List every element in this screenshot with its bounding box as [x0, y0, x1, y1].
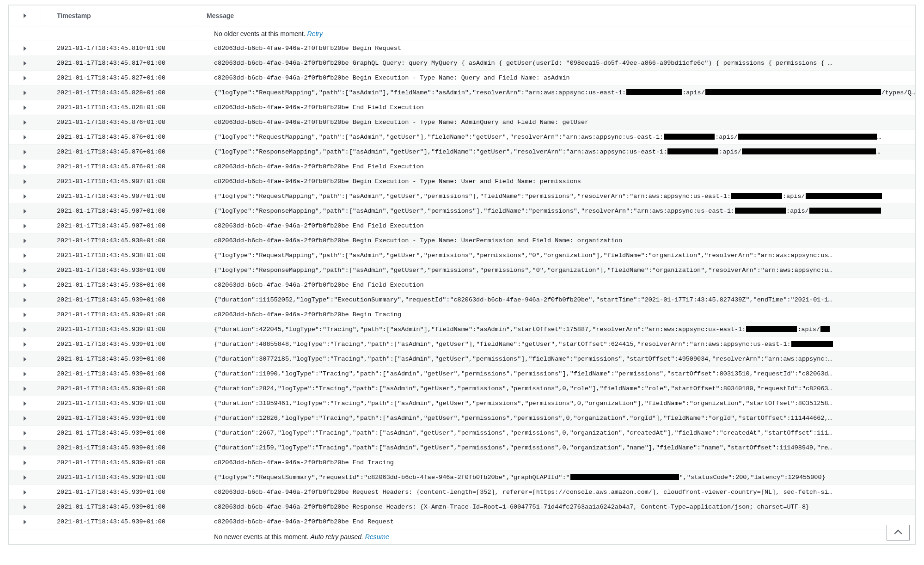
log-row[interactable]: 2021-01-17T18:43:45.938+01:00c82063dd-b6… [9, 233, 915, 248]
log-row[interactable]: 2021-01-17T18:43:45.817+01:00c82063dd-b6… [9, 56, 915, 71]
log-timestamp: 2021-01-17T18:43:45.939+01:00 [41, 326, 198, 333]
expand-row-toggle[interactable] [9, 298, 41, 302]
log-row[interactable]: 2021-01-17T18:43:45.939+01:00{"duration"… [9, 352, 915, 367]
expand-row-toggle[interactable] [9, 135, 41, 140]
expand-row-toggle[interactable] [9, 505, 41, 510]
log-row[interactable]: 2021-01-17T18:43:45.939+01:00{"duration"… [9, 396, 915, 411]
expand-row-toggle[interactable] [9, 342, 41, 347]
log-timestamp: 2021-01-17T18:43:45.939+01:00 [41, 444, 198, 451]
log-message: c82063dd-b6cb-4fae-946a-2f0fb0fb20be End… [198, 282, 915, 289]
log-message-text: {"duration":2159,"logType":"Tracing","pa… [214, 444, 832, 451]
expand-row-toggle[interactable] [9, 372, 41, 376]
expand-row-toggle[interactable] [9, 253, 41, 258]
newer-events-notice: No newer events at this moment. Auto ret… [9, 529, 915, 544]
expand-row-toggle[interactable] [9, 401, 41, 406]
log-row[interactable]: 2021-01-17T18:43:45.938+01:00{"logType":… [9, 263, 915, 278]
log-row[interactable]: 2021-01-17T18:43:45.907+01:00{"logType":… [9, 204, 915, 219]
log-message-text: {"duration":2824,"logType":"Tracing","pa… [214, 385, 832, 392]
expand-row-toggle[interactable] [9, 46, 41, 51]
expand-row-toggle[interactable] [9, 61, 41, 66]
expand-row-toggle[interactable] [9, 431, 41, 436]
log-row[interactable]: 2021-01-17T18:43:45.939+01:00{"duration"… [9, 381, 915, 396]
log-row[interactable]: 2021-01-17T18:43:45.939+01:00c82063dd-b6… [9, 307, 915, 322]
log-timestamp: 2021-01-17T18:43:45.907+01:00 [41, 193, 198, 200]
log-row[interactable]: 2021-01-17T18:43:45.939+01:00{"duration"… [9, 337, 915, 352]
expand-row-toggle[interactable] [9, 120, 41, 125]
expand-all-toggle[interactable] [9, 6, 41, 26]
scroll-to-top-button[interactable] [887, 525, 910, 540]
resume-link[interactable]: Resume [365, 533, 389, 540]
log-row[interactable]: 2021-01-17T18:43:45.939+01:00c82063dd-b6… [9, 485, 915, 500]
expand-row-toggle[interactable] [9, 91, 41, 95]
log-message-text: c82063dd-b6cb-4fae-946a-2f0fb0fb20be End… [214, 163, 424, 170]
log-row[interactable]: 2021-01-17T18:43:45.876+01:00c82063dd-b6… [9, 115, 915, 130]
log-message: c82063dd-b6cb-4fae-946a-2f0fb0fb20be Beg… [198, 45, 915, 52]
redacted-block [791, 341, 833, 347]
log-row[interactable]: 2021-01-17T18:43:45.810+01:00c82063dd-b6… [9, 41, 915, 56]
log-message: c82063dd-b6cb-4fae-946a-2f0fb0fb20be Gra… [198, 60, 915, 67]
log-row[interactable]: 2021-01-17T18:43:45.828+01:00{"logType":… [9, 86, 915, 100]
log-row[interactable]: 2021-01-17T18:43:45.828+01:00c82063dd-b6… [9, 100, 915, 115]
log-row[interactable]: 2021-01-17T18:43:45.939+01:00{"duration"… [9, 293, 915, 307]
expand-row-toggle[interactable] [9, 416, 41, 421]
log-row[interactable]: 2021-01-17T18:43:45.907+01:00c82063dd-b6… [9, 219, 915, 233]
caret-right-icon [24, 298, 26, 302]
expand-row-toggle[interactable] [9, 194, 41, 199]
log-row[interactable]: 2021-01-17T18:43:45.939+01:00{"duration"… [9, 367, 915, 381]
expand-row-toggle[interactable] [9, 490, 41, 495]
log-timestamp: 2021-01-17T18:43:45.939+01:00 [41, 415, 198, 422]
log-timestamp: 2021-01-17T18:43:45.938+01:00 [41, 267, 198, 274]
log-message-text: c82063dd-b6cb-4fae-946a-2f0fb0fb20be Beg… [214, 237, 622, 244]
log-row[interactable]: 2021-01-17T18:43:45.939+01:00c82063dd-b6… [9, 455, 915, 470]
log-row[interactable]: 2021-01-17T18:43:45.939+01:00{"duration"… [9, 322, 915, 337]
log-row[interactable]: 2021-01-17T18:43:45.939+01:00{"duration"… [9, 441, 915, 455]
expand-row-toggle[interactable] [9, 357, 41, 362]
expand-row-toggle[interactable] [9, 76, 41, 80]
expand-row-toggle[interactable] [9, 105, 41, 110]
log-row[interactable]: 2021-01-17T18:43:45.907+01:00{"logType":… [9, 189, 915, 204]
log-row[interactable]: 2021-01-17T18:43:45.876+01:00{"logType":… [9, 130, 915, 145]
expand-row-toggle[interactable] [9, 313, 41, 317]
expand-row-toggle[interactable] [9, 461, 41, 465]
expand-row-toggle[interactable] [9, 150, 41, 154]
log-row[interactable]: 2021-01-17T18:43:45.939+01:00{"duration"… [9, 426, 915, 441]
expand-row-toggle[interactable] [9, 475, 41, 480]
expand-row-toggle[interactable] [9, 446, 41, 450]
log-row[interactable]: 2021-01-17T18:43:45.939+01:00{"logType":… [9, 470, 915, 485]
older-events-text: No older events at this moment. [214, 30, 307, 37]
expand-row-toggle[interactable] [9, 165, 41, 169]
log-timestamp: 2021-01-17T18:43:45.828+01:00 [41, 104, 198, 111]
log-row[interactable]: 2021-01-17T18:43:45.876+01:00{"logType":… [9, 145, 915, 160]
expand-row-toggle[interactable] [9, 387, 41, 391]
redacted-block [738, 134, 877, 140]
log-timestamp: 2021-01-17T18:43:45.939+01:00 [41, 341, 198, 348]
log-message-text: c82063dd-b6cb-4fae-946a-2f0fb0fb20be Gra… [214, 60, 832, 67]
log-row[interactable]: 2021-01-17T18:43:45.939+01:00{"duration"… [9, 411, 915, 426]
log-message-text: c82063dd-b6cb-4fae-946a-2f0fb0fb20be End… [214, 104, 424, 111]
caret-right-icon [24, 13, 26, 18]
log-row[interactable]: 2021-01-17T18:43:45.827+01:00c82063dd-b6… [9, 71, 915, 86]
log-row[interactable]: 2021-01-17T18:43:45.876+01:00c82063dd-b6… [9, 160, 915, 174]
expand-row-toggle[interactable] [9, 283, 41, 288]
redacted-block [742, 148, 876, 154]
expand-row-toggle[interactable] [9, 520, 41, 524]
expand-row-toggle[interactable] [9, 268, 41, 273]
header-timestamp[interactable]: Timestamp [41, 6, 198, 26]
log-message-text: c82063dd-b6cb-4fae-946a-2f0fb0fb20be Beg… [214, 311, 401, 318]
log-row[interactable]: 2021-01-17T18:43:45.938+01:00c82063dd-b6… [9, 278, 915, 293]
expand-row-toggle[interactable] [9, 209, 41, 214]
expand-row-toggle[interactable] [9, 224, 41, 228]
log-timestamp: 2021-01-17T18:43:45.939+01:00 [41, 356, 198, 362]
retry-link[interactable]: Retry [307, 30, 323, 37]
expand-row-toggle[interactable] [9, 179, 41, 184]
log-row[interactable]: 2021-01-17T18:43:45.938+01:00{"logType":… [9, 248, 915, 263]
redacted-block [570, 474, 679, 480]
expand-row-toggle[interactable] [9, 327, 41, 332]
log-row[interactable]: 2021-01-17T18:43:45.939+01:00c82063dd-b6… [9, 500, 915, 515]
log-row[interactable]: 2021-01-17T18:43:45.939+01:00c82063dd-b6… [9, 515, 915, 529]
log-message: {"duration":30772185,"logType":"Tracing"… [198, 356, 915, 362]
expand-row-toggle[interactable] [9, 239, 41, 243]
log-row[interactable]: 2021-01-17T18:43:45.907+01:00c82063dd-b6… [9, 174, 915, 189]
header-message[interactable]: Message [198, 6, 915, 26]
caret-right-icon [24, 135, 26, 140]
